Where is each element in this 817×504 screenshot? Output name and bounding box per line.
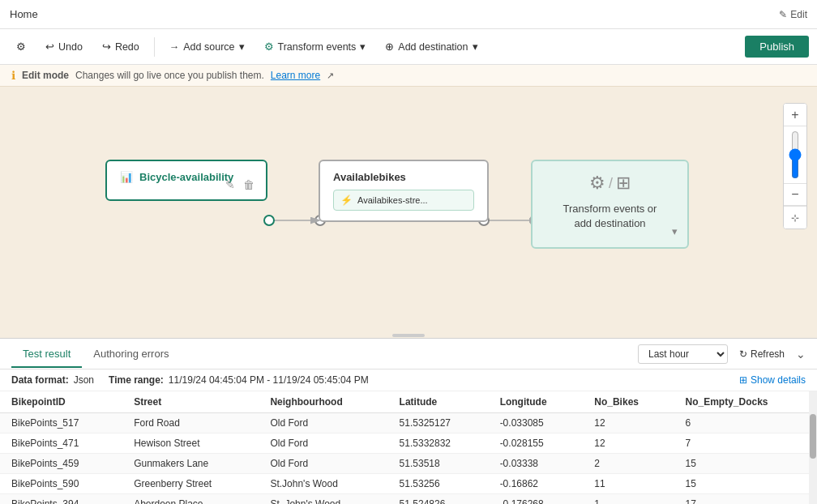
scrollbar-thumb[interactable] (810, 414, 816, 459)
table-cell-3-0: BikePoints_590 (0, 474, 122, 494)
show-details-button[interactable]: ⊞ Show details (739, 374, 806, 386)
undo-button[interactable]: ↩ Undo (37, 36, 91, 57)
table-cell-0-0: BikePoints_517 (0, 413, 122, 434)
zoom-fit-button[interactable]: ⊹ (784, 206, 806, 229)
bottom-panel: Test result Authoring errors Last hour L… (0, 338, 817, 504)
table-cell-4-5: 1 (583, 494, 674, 505)
destination-icons: ⚙ / ⊞ (545, 173, 674, 194)
redo-icon: ↪ (102, 41, 111, 53)
delete-node-icon[interactable]: 🗑 (243, 178, 255, 191)
zoom-out-button[interactable]: − (784, 183, 806, 206)
transform-node: Availablebikes ⚡ Availabikes-stre... (319, 160, 489, 222)
table-cell-1-5: 12 (583, 434, 674, 454)
table-cell-4-3: 51.524826 (388, 494, 489, 505)
table-cell-0-5: 12 (583, 413, 674, 434)
refresh-icon: ↻ (739, 348, 747, 360)
time-range-value: 11/19/24 04:45:04 PM - 11/19/24 05:45:04… (169, 374, 369, 386)
external-link-icon: ↗ (327, 70, 334, 81)
table-cell-2-4: -0.03338 (489, 454, 584, 474)
table-cell-1-0: BikePoints_471 (0, 434, 122, 454)
info-message: Changes will go live once you publish th… (75, 70, 264, 81)
edit-mode-label: Edit mode (22, 70, 69, 81)
separator (154, 37, 155, 57)
time-range-label: Time range: (109, 374, 164, 386)
table-cell-4-1: Aberdeen Place (122, 494, 259, 505)
source-node-actions: ✎ 🗑 (225, 178, 255, 191)
format-value: Json (74, 374, 94, 386)
data-info-row: Data format: Json Time range: 11/19/24 0… (0, 369, 817, 391)
settings-button[interactable]: ⚙ (8, 36, 34, 57)
tab-test-result[interactable]: Test result (11, 341, 82, 368)
table-row: BikePoints_471Hewison StreetOld Ford51.5… (0, 434, 817, 454)
table-row: BikePoints_517Ford RoadOld Ford51.532512… (0, 413, 817, 434)
zoom-controls: + − ⊹ (783, 103, 807, 229)
export-icon: ⊞ (616, 173, 631, 194)
table-cell-2-0: BikePoints_459 (0, 454, 122, 474)
table-cell-3-1: Greenberry Street (122, 474, 259, 494)
destination-text: Transform events or add destination (545, 202, 674, 231)
destination-chevron-icon[interactable]: ▾ (672, 225, 678, 237)
edit-icon: ✎ (779, 9, 787, 20)
zoom-in-button[interactable]: + (784, 104, 806, 126)
add-destination-icon: ⊕ (385, 41, 394, 53)
results-table: BikepointIDStreetNeighbourhoodLatitudeLo… (0, 391, 817, 504)
expand-button[interactable]: ⌄ (796, 348, 806, 361)
data-table: BikepointIDStreetNeighbourhoodLatitudeLo… (0, 391, 817, 504)
time-range-select[interactable]: Last hour Last 6 hours Last 24 hours (638, 344, 728, 364)
table-cell-0-1: Ford Road (122, 413, 259, 434)
refresh-button[interactable]: ↻ Refresh (734, 346, 789, 362)
tab-authoring-errors[interactable]: Authoring errors (82, 341, 180, 368)
col-header-longitude: Longitude (489, 391, 584, 413)
panel-controls: Last hour Last 6 hours Last 24 hours ↻ R… (638, 344, 806, 364)
transform-events-button[interactable]: ⚙ Transform events ▾ (256, 36, 374, 57)
col-header-bikepointid: BikepointID (0, 391, 122, 413)
settings-icon: ⚙ (16, 41, 26, 53)
table-cell-0-3: 51.5325127 (388, 413, 489, 434)
table-cell-0-2: Old Ford (259, 413, 387, 434)
add-destination-button[interactable]: ⊕ Add destination ▾ (377, 36, 485, 57)
table-cell-1-6: 7 (674, 434, 817, 454)
table-cell-2-5: 2 (583, 454, 674, 474)
table-cell-1-3: 51.5332832 (388, 434, 489, 454)
publish-button[interactable]: Publish (745, 36, 809, 58)
home-title: Home (10, 8, 38, 20)
table-cell-2-1: Gunmakers Lane (122, 454, 259, 474)
table-cell-3-3: 51.53256 (388, 474, 489, 494)
table-row: BikePoints_394Aberdeen PlaceSt. John's W… (0, 494, 817, 505)
col-header-street: Street (122, 391, 259, 413)
col-header-no_empty_docks: No_Empty_Docks (674, 391, 817, 413)
title-bar-left: Home (10, 8, 38, 20)
panel-drag-handle[interactable] (392, 334, 425, 337)
table-row: BikePoints_459Gunmakers LaneOld Ford51.5… (0, 454, 817, 474)
table-cell-3-2: St.John's Wood (259, 474, 387, 494)
show-details-icon: ⊞ (739, 374, 747, 386)
add-source-button[interactable]: → Add source ▾ (161, 36, 253, 57)
format-label: Data format: (11, 374, 69, 386)
add-source-icon: → (169, 41, 180, 53)
destination-node[interactable]: ⚙ / ⊞ Transform events or add destinatio… (531, 160, 689, 249)
table-cell-1-1: Hewison Street (122, 434, 259, 454)
toolbar: ⚙ ↩ Undo ↪ Redo → Add source ▾ ⚙ Transfo… (0, 29, 817, 65)
table-cell-1-4: -0.028155 (489, 434, 584, 454)
gear-icon: ⚙ (589, 173, 605, 194)
edit-node-icon[interactable]: ✎ (225, 178, 235, 191)
table-header-row: BikepointIDStreetNeighbourhoodLatitudeLo… (0, 391, 817, 413)
source-node-icon: 📊 (120, 171, 133, 183)
table-cell-3-4: -0.16862 (489, 474, 584, 494)
redo-button[interactable]: ↪ Redo (94, 36, 148, 57)
stream-item[interactable]: ⚡ Availabikes-stre... (333, 190, 474, 211)
learn-more-link[interactable]: Learn more (271, 70, 320, 81)
zoom-slider[interactable] (789, 130, 802, 179)
scrollbar-track[interactable] (809, 391, 817, 504)
transform-icon: ⚙ (264, 41, 274, 53)
table-row: BikePoints_590Greenberry StreetSt.John's… (0, 474, 817, 494)
table-cell-4-0: BikePoints_394 (0, 494, 122, 505)
source-node: 📊 Bicycle-availability ✎ 🗑 (105, 160, 267, 201)
title-bar-right: ✎ Edit (779, 9, 807, 20)
edit-button[interactable]: ✎ Edit (779, 9, 807, 20)
table-cell-4-2: St. John's Wood (259, 494, 387, 505)
panel-tabs: Test result Authoring errors Last hour L… (0, 339, 817, 369)
stream-icon: ⚡ (340, 194, 353, 206)
divider-text: / (609, 175, 613, 192)
add-destination-chevron-icon: ▾ (473, 41, 478, 53)
